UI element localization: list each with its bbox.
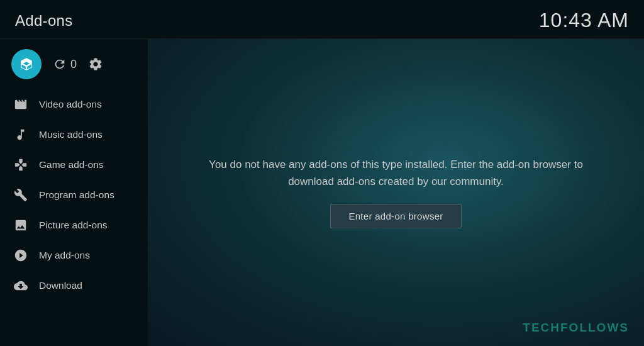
picture-addons-label: Picture add-ons xyxy=(39,220,108,231)
sidebar-item-music-addons[interactable]: Music add-ons xyxy=(0,120,148,150)
main-center: You do not have any add-ons of this type… xyxy=(182,157,610,228)
download-label: Download xyxy=(39,280,82,291)
refresh-icon xyxy=(53,57,67,71)
game-addons-label: Game add-ons xyxy=(39,159,104,170)
page-title: Add-ons xyxy=(15,12,73,30)
empty-state-message: You do not have any add-ons of this type… xyxy=(208,157,585,190)
addon-browser-icon-button[interactable] xyxy=(11,49,42,79)
box-icon xyxy=(18,56,35,72)
main-content: You do not have any add-ons of this type… xyxy=(148,39,644,346)
picture-icon xyxy=(13,217,29,233)
video-addons-label: Video add-ons xyxy=(39,99,102,110)
music-addons-label: Music add-ons xyxy=(39,129,103,140)
sidebar-top-actions: 0 xyxy=(0,47,148,89)
myaddon-icon xyxy=(13,247,29,264)
refresh-button[interactable]: 0 xyxy=(53,57,77,71)
refresh-count: 0 xyxy=(70,58,77,71)
clock: 10:43 AM xyxy=(539,9,629,32)
sidebar-item-video-addons[interactable]: Video add-ons xyxy=(0,89,148,120)
my-addons-label: My add-ons xyxy=(39,250,90,261)
settings-button[interactable] xyxy=(88,57,103,72)
video-icon xyxy=(13,96,29,113)
program-icon xyxy=(13,187,29,203)
game-icon xyxy=(13,157,29,173)
download-icon xyxy=(13,277,29,294)
watermark: TECHFOLLOWS xyxy=(523,321,629,335)
sidebar-item-program-addons[interactable]: Program add-ons xyxy=(0,180,148,210)
header: Add-ons 10:43 AM xyxy=(0,0,644,39)
sidebar-item-download[interactable]: Download xyxy=(0,271,148,301)
sidebar: 0 Video add-ons Music add-ons xyxy=(0,39,148,346)
enter-addon-browser-button[interactable]: Enter add-on browser xyxy=(330,204,461,228)
settings-icon xyxy=(88,57,103,72)
sidebar-item-my-addons[interactable]: My add-ons xyxy=(0,240,148,271)
sidebar-item-game-addons[interactable]: Game add-ons xyxy=(0,150,148,180)
sidebar-item-picture-addons[interactable]: Picture add-ons xyxy=(0,210,148,240)
music-icon xyxy=(13,126,29,143)
program-addons-label: Program add-ons xyxy=(39,189,114,201)
body: 0 Video add-ons Music add-ons xyxy=(0,39,644,346)
